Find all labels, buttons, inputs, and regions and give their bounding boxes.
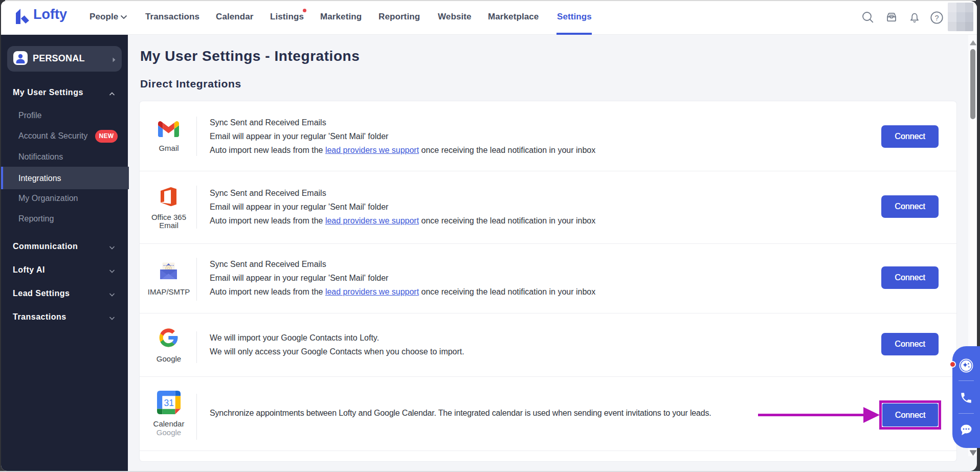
svg-text:31: 31	[164, 398, 174, 408]
svg-text:?: ?	[934, 14, 939, 22]
